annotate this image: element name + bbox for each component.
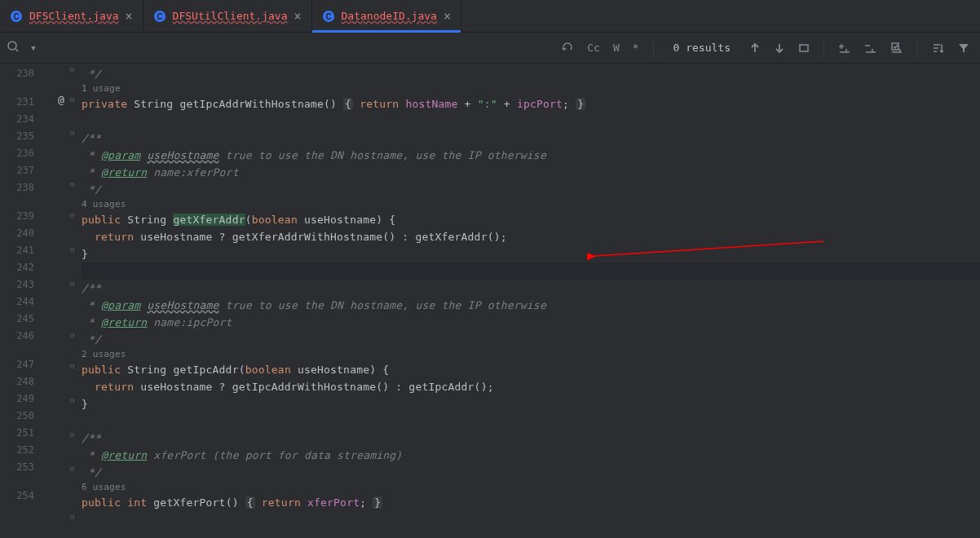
- code-text: *: [82, 299, 101, 311]
- code-text: */: [82, 183, 101, 196]
- code-text: int: [127, 496, 147, 509]
- code-text: ipcPort: [517, 98, 563, 110]
- line-number: 240: [0, 225, 34, 242]
- code-text: *: [82, 316, 101, 329]
- fold-icon[interactable]: ⊟: [70, 129, 74, 137]
- code-text: public: [82, 214, 121, 226]
- code-text: *: [82, 149, 101, 161]
- code-text: ":": [478, 98, 497, 110]
- fold-icon[interactable]: ⊟: [70, 331, 74, 339]
- fold-icon[interactable]: ⊟: [70, 95, 74, 104]
- regex-button[interactable]: *: [629, 39, 643, 56]
- code-text: getIpcAddr: [173, 364, 238, 376]
- marker-gutter: @ ⊟ ⊟ ⊟ ⊟ ⊟ ⊟ ⊟ ⊟ ⊟ ⊟ ⊟ ⊟ ⊟: [41, 64, 82, 538]
- fold-icon[interactable]: ⊟: [70, 513, 74, 521]
- line-number: 242: [0, 259, 34, 276]
- usage-hint[interactable]: 1 usage: [82, 82, 980, 95]
- close-icon[interactable]: ×: [294, 9, 302, 24]
- code-text: true to use the DN hostname, use the IP …: [219, 299, 546, 311]
- prev-occurrence-icon[interactable]: [557, 39, 578, 57]
- fold-icon[interactable]: ⊟: [70, 465, 74, 473]
- select-all-occurrences-icon[interactable]: [886, 39, 907, 57]
- fold-icon[interactable]: ⊟: [70, 211, 74, 219]
- svg-line-7: [15, 49, 18, 51]
- fold-icon[interactable]: ⊟: [70, 180, 74, 188]
- search-icon[interactable]: [7, 40, 20, 56]
- match-case-button[interactable]: Cc: [583, 39, 604, 56]
- tab-label: DFSUtilClient.java: [173, 10, 288, 22]
- code-text: getXferPort: [153, 496, 225, 509]
- filter-icon[interactable]: [954, 40, 973, 56]
- usage-hint[interactable]: 6 usages: [82, 481, 980, 494]
- tab-label: DatanodeID.java: [342, 10, 437, 22]
- line-number: 254: [0, 487, 34, 505]
- add-selection-icon[interactable]: [834, 39, 855, 57]
- code-text: /**: [82, 282, 101, 294]
- code-text: String: [127, 214, 166, 226]
- code-text: }: [82, 398, 88, 410]
- code-text: }: [82, 248, 88, 260]
- fold-icon[interactable]: ⊟: [70, 280, 74, 288]
- line-number-gutter: 230 231 234 235 236 237 238 239 240 241 …: [0, 64, 41, 538]
- select-all-icon[interactable]: [794, 40, 814, 56]
- dropdown-icon[interactable]: ▾: [26, 39, 41, 56]
- remove-selection-icon[interactable]: [860, 39, 881, 57]
- svg-text:C: C: [157, 12, 162, 21]
- code-text: *: [82, 166, 101, 179]
- svg-text:C: C: [325, 12, 331, 21]
- line-number: 230: [0, 65, 34, 82]
- code-text: useHostname: [304, 214, 376, 226]
- java-class-icon: C: [153, 10, 166, 23]
- tab-dfsutilclient[interactable]: C DFSUtilClient.java ×: [143, 0, 312, 32]
- line-number: 253: [0, 459, 34, 476]
- code-text: useHostname: [298, 364, 369, 376]
- next-match-icon[interactable]: [770, 40, 789, 56]
- fold-icon[interactable]: ⊟: [70, 430, 74, 439]
- tab-datanodeid[interactable]: C DatanodeID.java ×: [312, 0, 461, 32]
- divider: [653, 40, 654, 56]
- prev-match-icon[interactable]: [745, 40, 765, 56]
- editor-tabs: C DFSClient.java × C DFSUtilClient.java …: [0, 0, 980, 33]
- close-icon[interactable]: ×: [126, 9, 133, 24]
- fold-icon[interactable]: ⊟: [70, 245, 74, 254]
- close-icon[interactable]: ×: [444, 9, 451, 24]
- line-number: 251: [0, 425, 34, 442]
- words-button[interactable]: W: [609, 39, 624, 56]
- usage-hint[interactable]: 2 usages: [82, 348, 980, 361]
- code-editor[interactable]: 230 231 234 235 236 237 238 239 240 241 …: [0, 64, 980, 538]
- code-text: xferPort: [307, 496, 360, 509]
- code-text: boolean: [245, 364, 291, 376]
- fold-icon[interactable]: ⊟: [70, 396, 74, 404]
- line-number: 244: [0, 293, 34, 311]
- code-text: hostName: [405, 98, 457, 110]
- line-number: 247: [0, 356, 34, 373]
- find-toolbar: ▾ Cc W * 0 results: [0, 33, 980, 64]
- line-number: 246: [0, 328, 34, 345]
- code-text: useHostname ? getIpcAddrWithHostname() :…: [134, 381, 493, 393]
- line-number: 239: [0, 208, 34, 225]
- code-text: getIpcAddrWithHostname: [179, 98, 324, 110]
- code-text: boolean: [252, 214, 298, 226]
- tab-dfsclient[interactable]: C DFSClient.java ×: [0, 0, 143, 32]
- code-text: useHostname: [147, 299, 219, 311]
- code-text: String: [134, 98, 173, 110]
- svg-text:C: C: [13, 12, 19, 21]
- fold-icon[interactable]: ⊟: [70, 65, 74, 73]
- line-number: 238: [0, 179, 34, 196]
- code-text: +: [497, 98, 517, 110]
- java-class-icon: C: [322, 10, 335, 23]
- usage-hint[interactable]: 4 usages: [82, 198, 980, 211]
- results-count: 0 results: [664, 42, 740, 54]
- line-number: 252: [0, 442, 34, 459]
- override-marker[interactable]: @: [41, 94, 82, 106]
- code-text: name:ipcPort: [147, 316, 232, 329]
- code-area[interactable]: */ 1 usage private String getIpcAddrWith…: [82, 64, 980, 538]
- fold-icon[interactable]: ⊟: [70, 362, 74, 370]
- java-class-icon: C: [10, 10, 23, 23]
- code-text: */: [82, 466, 101, 478]
- filter-settings-icon[interactable]: [928, 39, 949, 57]
- line-number: 241: [0, 242, 34, 259]
- code-text: @param: [101, 299, 140, 311]
- code-text: useHostname ? getXferAddrWithHostname() …: [134, 231, 507, 243]
- code-text: /**: [82, 132, 101, 144]
